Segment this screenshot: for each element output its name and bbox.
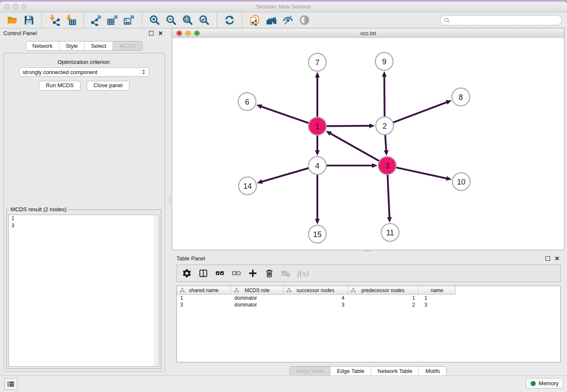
import-table-button[interactable] (65, 14, 77, 26)
table-cell[interactable]: 1 (348, 295, 418, 301)
table-settings-button[interactable] (182, 268, 192, 278)
tab-motifs[interactable]: Motifs (418, 367, 446, 375)
export-image-button[interactable] (124, 14, 135, 26)
tab-select[interactable]: Select (84, 41, 113, 50)
graph-edge-4-14[interactable] (257, 168, 309, 184)
graph-edge-3-11[interactable] (387, 174, 392, 223)
graph-edge-1-2[interactable] (326, 124, 375, 128)
table-cell[interactable]: 3 (284, 301, 348, 308)
graph-edge-2-8[interactable] (393, 100, 452, 122)
graph-edge-4-15[interactable] (315, 174, 319, 224)
network-maximize-icon[interactable]: + (194, 30, 200, 36)
toggle-table-mode-button[interactable] (198, 268, 208, 278)
toggle-bird-view-button[interactable] (299, 14, 310, 26)
export-table-button[interactable] (107, 14, 118, 26)
column-header-predecessor-nodes[interactable]: predecessor nodes (348, 286, 418, 295)
add-column-button[interactable] (248, 268, 258, 278)
criterion-dropdown[interactable]: strongly connected component (19, 67, 149, 77)
run-mcds-button[interactable]: Run MCDS (39, 81, 80, 91)
graph-node-1[interactable]: 1 (308, 117, 326, 135)
hide-all-columns-button[interactable] (231, 268, 241, 278)
close-panel-icon[interactable] (158, 31, 163, 36)
table-cell[interactable]: 3 (418, 301, 456, 308)
save-session-button[interactable] (23, 14, 35, 26)
network-graph[interactable]: 7968124314101511 (172, 38, 564, 250)
table-row[interactable]: 1dominator411 (177, 295, 560, 301)
float-panel-icon[interactable] (149, 31, 154, 36)
close-panel-button[interactable]: Close panel (87, 81, 129, 91)
table-cell[interactable]: 1 (177, 295, 231, 301)
graph-node-6[interactable]: 6 (238, 93, 256, 110)
network-canvas[interactable]: 7968124314101511 (172, 38, 564, 250)
show-hide-graphics-button[interactable] (282, 14, 294, 26)
graph-edge-1-7[interactable] (315, 72, 319, 117)
close-table-panel-icon[interactable] (555, 256, 559, 261)
tab-network[interactable]: Network (26, 41, 59, 50)
graph-edge-1-6[interactable] (256, 105, 309, 123)
table-cell[interactable]: 1 (418, 295, 456, 301)
delete-column-button[interactable] (264, 268, 274, 278)
graph-node-15[interactable]: 15 (308, 225, 326, 243)
zoom-out-button[interactable] (165, 14, 177, 26)
open-session-button[interactable] (7, 14, 18, 26)
graph-edge-2-9[interactable] (382, 71, 387, 117)
tab-mcds[interactable]: MCDS (113, 41, 142, 50)
search-box[interactable] (440, 15, 562, 25)
zoom-fit-button[interactable] (182, 14, 193, 26)
graph-node-11[interactable]: 11 (381, 224, 399, 241)
refresh-icon (224, 14, 235, 26)
table-cell[interactable]: 2 (348, 301, 418, 308)
result-scrollbar[interactable] (154, 215, 159, 366)
column-header-MCDS-role[interactable]: MCDS role (231, 286, 284, 295)
zoom-in-button[interactable] (149, 14, 160, 26)
table-cell[interactable]: 4 (284, 295, 348, 301)
float-table-panel-icon[interactable] (545, 256, 550, 261)
column-header-successor-nodes[interactable]: successor nodes (284, 286, 348, 295)
graph-edge-1-4[interactable] (315, 135, 319, 156)
clone-network-button[interactable] (249, 14, 261, 26)
node-table[interactable]: shared nameMCDS rolesuccessor nodesprede… (176, 286, 561, 362)
column-header-name[interactable]: name (418, 286, 456, 295)
graph-edge-3-10[interactable] (396, 167, 452, 180)
tab-edge-table[interactable]: Edge Table (330, 367, 371, 375)
network-minimize-icon[interactable]: − (185, 30, 191, 36)
tab-style[interactable]: Style (59, 41, 84, 50)
graph-node-8[interactable]: 8 (452, 88, 470, 106)
graph-node-10[interactable]: 10 (452, 173, 470, 190)
network-close-icon[interactable]: ✕ (176, 30, 182, 36)
graph-node-7[interactable]: 7 (308, 53, 326, 71)
minimize-window-icon[interactable] (13, 4, 18, 9)
graph-node-2[interactable]: 2 (376, 117, 394, 135)
close-window-icon[interactable] (4, 4, 10, 9)
graph-node-3[interactable]: 3 (378, 157, 396, 174)
memory-button[interactable]: Memory (526, 378, 563, 389)
column-header-shared-name[interactable]: shared name (177, 286, 231, 295)
table-row[interactable]: 3dominator323 (177, 301, 560, 308)
table-cell[interactable]: dominator (231, 295, 284, 301)
table-cell[interactable]: 3 (177, 301, 231, 308)
first-neighbors-button[interactable] (266, 14, 277, 26)
graph-node-4[interactable]: 4 (308, 157, 326, 174)
import-network-button[interactable] (49, 14, 60, 26)
zoom-selected-button[interactable] (198, 14, 210, 26)
apply-layout-button[interactable] (224, 14, 235, 26)
graph-edge-2-3[interactable] (384, 135, 388, 156)
graph-node-14[interactable]: 14 (239, 177, 256, 195)
window-controls[interactable] (4, 4, 27, 9)
zoom-window-icon[interactable] (21, 4, 27, 9)
export-network-button[interactable] (91, 14, 102, 26)
search-input[interactable] (450, 17, 560, 23)
task-history-button[interactable] (4, 378, 17, 390)
table-cell[interactable]: dominator (231, 301, 284, 308)
graph-node-9[interactable]: 9 (375, 52, 393, 70)
export-image-icon (124, 14, 135, 26)
show-all-columns-button[interactable] (215, 268, 225, 278)
delete-table-button (281, 268, 291, 278)
graph-edge-3-1[interactable] (326, 131, 380, 161)
graph-edge-4-3[interactable] (326, 163, 377, 168)
mcds-result-list[interactable]: 13 (8, 215, 159, 367)
network-window-titlebar[interactable]: ✕ − + scc.txt (172, 28, 564, 39)
tab-network-table[interactable]: Network Table (371, 367, 418, 375)
tab-node-table[interactable]: Node Table (290, 367, 330, 375)
vertical-splitter-handle[interactable] (169, 197, 171, 203)
